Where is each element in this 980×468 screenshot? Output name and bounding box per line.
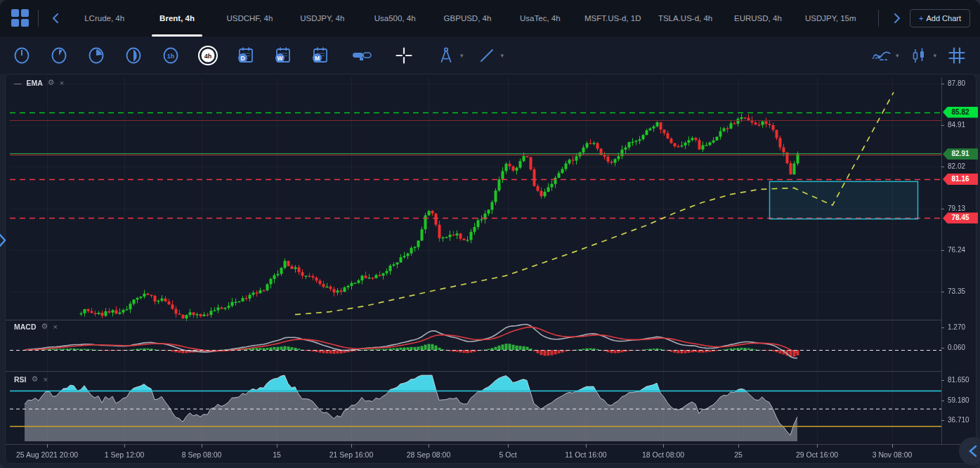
side-panel-expand-button[interactable] (0, 232, 6, 252)
trading-app-window: LCrude, 4hBrent, 4hUSDCHF, 4hUSDJPY, 4hU… (0, 0, 980, 468)
rsi-remove-icon[interactable]: × (43, 375, 47, 384)
price-chart-canvas[interactable] (0, 0, 980, 468)
macd-indicator-legend: MACD ⚙ × (14, 322, 58, 331)
chevron-right-icon (0, 232, 6, 249)
macd-label: MACD (14, 323, 37, 331)
rsi-indicator-legend: RSI ⚙ × (14, 375, 48, 384)
ema-indicator-legend: — EMA ⚙ × (14, 78, 64, 87)
ema-settings-gear-icon[interactable]: ⚙ (48, 78, 55, 87)
ema-remove-icon[interactable]: × (60, 79, 64, 87)
rsi-label: RSI (14, 375, 27, 384)
ema-label: EMA (27, 79, 43, 87)
macd-remove-icon[interactable]: × (53, 323, 57, 331)
rsi-settings-gear-icon[interactable]: ⚙ (32, 375, 39, 384)
chevron-left-icon (968, 445, 978, 457)
macd-settings-gear-icon[interactable]: ⚙ (41, 322, 48, 331)
ema-line-swatch: — (14, 79, 22, 87)
